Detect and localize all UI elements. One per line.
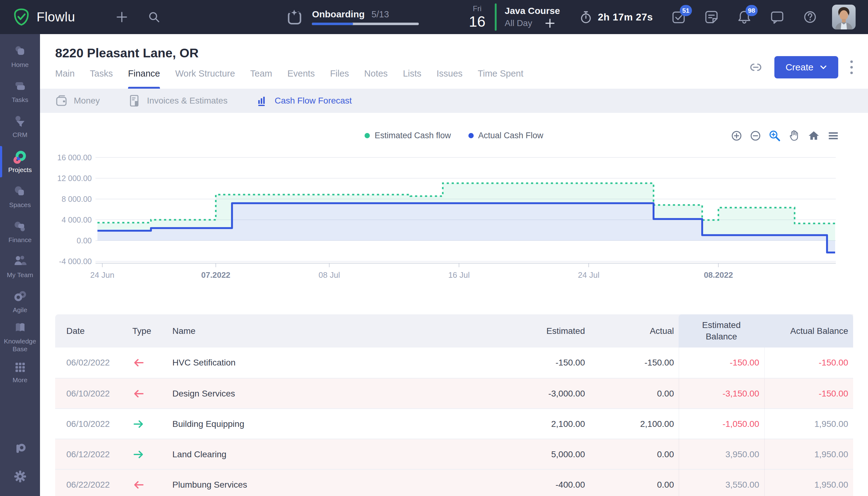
- sidebar-footer-settings-icon[interactable]: [0, 463, 40, 490]
- table-row-plumbung-services[interactable]: 06/22/2022Plumbung Services-400.000.003,…: [55, 469, 853, 496]
- zoom-in-icon[interactable]: [731, 130, 742, 142]
- zoom-out-icon[interactable]: [749, 130, 761, 142]
- cell-actual-balance: 1,950.00: [764, 409, 853, 439]
- onboarding-widget[interactable]: Onboarding 5/13: [284, 7, 419, 27]
- sidebar-item-my-team[interactable]: My Team: [0, 249, 40, 284]
- tab-work-structure[interactable]: Work Structure: [175, 68, 235, 89]
- subtab-cash-flow-forecast[interactable]: Cash Flow Forecast: [256, 95, 352, 107]
- tab-notes[interactable]: Notes: [364, 68, 388, 89]
- cell-actual-balance: 1,950.00: [764, 470, 853, 496]
- col-header-estimated-balance[interactable]: Estimated Balance: [679, 314, 764, 347]
- chat-icon[interactable]: [770, 10, 784, 24]
- cell-name: Building Equipping: [167, 419, 497, 429]
- tab-time-spent[interactable]: Time Spent: [478, 68, 523, 89]
- subtab-invoices-estimates[interactable]: Invoices & Estimates: [128, 95, 228, 107]
- onboarding-label: Onboarding: [312, 9, 365, 19]
- cell-date: 06/02/2022: [55, 358, 123, 368]
- more-options-kebab-icon[interactable]: [849, 59, 854, 75]
- search-icon[interactable]: [148, 11, 160, 24]
- chart-menu-icon[interactable]: [827, 129, 839, 142]
- global-add-icon[interactable]: [115, 11, 128, 24]
- cell-estimated-balance: -1,050.00: [679, 409, 764, 439]
- sidebar-item-crm[interactable]: CRM: [0, 109, 40, 144]
- col-header-name[interactable]: Name: [167, 326, 497, 336]
- cell-type: [123, 479, 167, 491]
- table-row-building-equipping[interactable]: 06/10/2022Building Equipping2,100.002,10…: [55, 408, 853, 439]
- onboarding-progress-bar: [312, 22, 419, 25]
- table-row-hvc-setification[interactable]: 06/02/2022HVC Setification-150.00-150.00…: [55, 347, 853, 378]
- sidebar-item-knowledge-base[interactable]: Knowledge Base: [0, 319, 40, 354]
- table-row-design-services[interactable]: 06/10/2022Design Services-3,000.000.00-3…: [55, 378, 853, 408]
- cell-estimated-balance: -3,150.00: [679, 378, 764, 409]
- notifications-bell-icon[interactable]: 98: [737, 10, 751, 24]
- add-event-icon[interactable]: [545, 18, 555, 29]
- legend-item-actual-cash-flow[interactable]: Actual Cash Flow: [468, 131, 543, 140]
- my-tasks-icon[interactable]: 51: [671, 10, 686, 24]
- pan-hand-icon[interactable]: [788, 129, 801, 142]
- sidebar-item-agile[interactable]: Agile: [0, 284, 40, 319]
- cell-actual: 0.00: [590, 450, 679, 460]
- legend-dot: [365, 133, 370, 138]
- box-zoom-icon[interactable]: [769, 129, 781, 142]
- user-avatar[interactable]: [832, 5, 856, 29]
- tab-finance[interactable]: Finance: [128, 68, 160, 89]
- col-header-type[interactable]: Type: [123, 326, 167, 336]
- create-button-label: Create: [786, 62, 813, 73]
- cash-flow-chart[interactable]: 16 000.0012 000.008 000.004 000.000.00-4…: [40, 144, 868, 283]
- sidebar-item-projects[interactable]: Projects: [0, 144, 40, 179]
- settings-icon: [13, 469, 27, 484]
- sidebar-footer-partner-icon[interactable]: [0, 435, 40, 462]
- cash-flow-chart-section: Estimated Cash flowActual Cash Flow: [40, 129, 868, 283]
- table-header-row: Date Type Name Estimated Actual Estimate…: [55, 314, 853, 347]
- onboarding-progress-fill: [312, 22, 353, 25]
- projects-icon: [13, 150, 27, 164]
- cell-estimated: -3,000.00: [497, 389, 590, 399]
- home-icon: [13, 44, 27, 59]
- tab-tasks[interactable]: Tasks: [90, 68, 113, 89]
- tab-main[interactable]: Main: [55, 68, 75, 89]
- tab-files[interactable]: Files: [330, 68, 349, 89]
- svg-text:0.00: 0.00: [77, 236, 92, 245]
- tab-issues[interactable]: Issues: [436, 68, 463, 89]
- col-header-actual-balance[interactable]: Actual Balance: [764, 314, 853, 347]
- sidebar-item-spaces[interactable]: Spaces: [0, 179, 40, 214]
- tab-lists[interactable]: Lists: [403, 68, 422, 89]
- cell-name: Design Services: [167, 389, 497, 399]
- cell-estimated: -150.00: [497, 358, 590, 368]
- legend-item-estimated-cash-flow[interactable]: Estimated Cash flow: [365, 131, 451, 140]
- col-header-date[interactable]: Date: [55, 326, 123, 336]
- agile-icon: [13, 290, 27, 304]
- sidebar-item-home[interactable]: Home: [0, 39, 40, 74]
- copy-link-icon[interactable]: [748, 60, 763, 75]
- tab-events[interactable]: Events: [288, 68, 315, 89]
- sidebar-item-label: Knowledge Base: [0, 338, 40, 353]
- tasks-icon: [13, 79, 27, 94]
- svg-text:24 Jul: 24 Jul: [578, 270, 599, 280]
- subtab-money[interactable]: Money: [55, 95, 100, 107]
- spaces-icon: [13, 184, 27, 199]
- cell-actual-balance: 1,950.00: [764, 439, 853, 470]
- col-header-actual[interactable]: Actual: [590, 326, 679, 336]
- svg-text:12 000.00: 12 000.00: [57, 174, 92, 183]
- notes-icon[interactable]: [704, 10, 718, 24]
- sidebar-item-more[interactable]: More: [0, 354, 40, 389]
- col-header-estimated[interactable]: Estimated: [497, 326, 590, 336]
- tab-team[interactable]: Team: [250, 68, 272, 89]
- calendar-date-widget[interactable]: Fri 16: [469, 5, 485, 29]
- cell-estimated-balance: -150.00: [679, 347, 764, 378]
- create-button[interactable]: Create: [774, 56, 838, 78]
- svg-text:4 000.00: 4 000.00: [62, 215, 92, 224]
- legend-dot: [468, 133, 474, 138]
- main-content: 8220 Pleasant Lane, OR Create MainTasksF…: [40, 34, 868, 496]
- sidebar-item-finance[interactable]: Finance: [0, 214, 40, 249]
- help-icon[interactable]: [803, 10, 817, 24]
- cell-actual-balance: -150.00: [764, 347, 853, 378]
- reset-home-icon[interactable]: [808, 129, 820, 142]
- cell-date: 06/10/2022: [55, 389, 123, 399]
- cell-estimated-balance: 3,950.00: [679, 439, 764, 470]
- table-row-land-clearing[interactable]: 06/12/2022Land Clearing5,000.000.003,950…: [55, 439, 853, 469]
- upcoming-event[interactable]: Java Course All Day: [505, 5, 560, 29]
- sidebar-item-tasks[interactable]: Tasks: [0, 74, 40, 109]
- flowlu-logo[interactable]: Flowlu: [12, 8, 75, 26]
- time-tracker[interactable]: 2h 17m 27s: [579, 10, 653, 24]
